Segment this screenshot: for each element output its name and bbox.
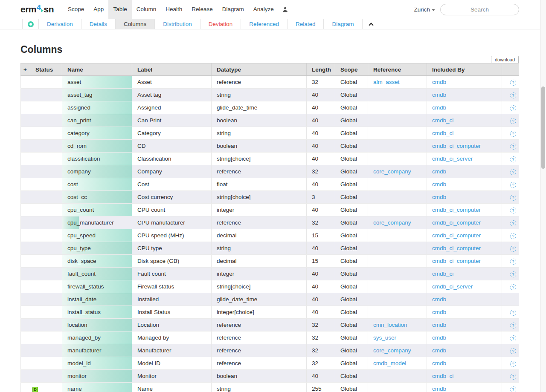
app-logo[interactable]: erm4sn xyxy=(20,4,54,14)
included-by-link[interactable]: cmdb_ci_server xyxy=(432,156,473,162)
included-by-link[interactable]: cmdb xyxy=(432,296,446,303)
tab-deviation[interactable]: Deviation xyxy=(200,19,241,29)
reference-link[interactable]: core_company xyxy=(373,219,411,226)
vertical-scrollbar[interactable] xyxy=(540,0,546,392)
included-by-link[interactable]: cmdb xyxy=(432,168,446,175)
included-by-link[interactable]: cmdb xyxy=(432,92,446,98)
help-icon[interactable]: ? xyxy=(510,271,516,277)
help-icon[interactable]: ? xyxy=(510,182,516,188)
reference-link[interactable]: sys_user xyxy=(373,334,396,341)
help-icon[interactable]: ? xyxy=(510,208,516,213)
help-icon[interactable]: ? xyxy=(510,105,516,111)
help-icon[interactable]: ? xyxy=(510,156,516,162)
nav-item-diagram[interactable]: Diagram xyxy=(218,0,249,19)
scrollbar-thumb[interactable] xyxy=(541,86,545,169)
included-by-link[interactable]: cmdb xyxy=(432,360,446,366)
included-by-link[interactable]: cmdb xyxy=(432,386,446,392)
search-input[interactable] xyxy=(440,4,519,15)
help-icon[interactable]: ? xyxy=(510,335,516,341)
nav-item-column[interactable]: Column xyxy=(132,0,161,19)
column-name: cpu_manufacturer xyxy=(62,216,132,229)
reference-link[interactable]: core_company xyxy=(373,347,411,354)
help-icon[interactable]: ? xyxy=(510,144,516,150)
included-by-link[interactable]: cmdb_ci_server xyxy=(432,283,473,290)
help-icon[interactable]: ? xyxy=(510,233,516,239)
reference-link[interactable]: alm_asset xyxy=(373,79,400,85)
help-icon[interactable]: ? xyxy=(510,195,516,201)
help-icon[interactable]: ? xyxy=(510,361,516,367)
download-button[interactable]: download xyxy=(491,56,519,63)
col-header-blank[interactable]: + xyxy=(21,63,30,76)
reference-link[interactable]: cmdb_model xyxy=(373,360,406,366)
help-icon[interactable]: ? xyxy=(510,131,516,137)
label-cell: CD xyxy=(132,140,212,153)
tab-derivation[interactable]: Derivation xyxy=(39,19,81,29)
tab-related[interactable]: Related xyxy=(288,19,324,29)
included-by-link[interactable]: cmdb xyxy=(432,347,446,354)
included-by-link[interactable]: cmdb xyxy=(432,322,446,328)
included-by-link[interactable]: cmdb xyxy=(432,104,446,111)
tab-details[interactable]: Details xyxy=(81,19,116,29)
tab-columns[interactable]: Columns xyxy=(116,19,155,29)
nav-item-scope[interactable]: Scope xyxy=(63,0,89,19)
included-by-link[interactable]: cmdb_ci_computer xyxy=(432,207,481,213)
help-icon[interactable]: ? xyxy=(510,118,516,124)
length-cell: 15 xyxy=(307,255,335,268)
included-by-link[interactable]: cmdb xyxy=(432,309,446,315)
included-by-link[interactable]: cmdb_ci_computer xyxy=(432,143,481,149)
table-header: +StatusNameLabelDatatypeLengthScopeRefer… xyxy=(21,63,519,76)
help-icon[interactable]: ? xyxy=(510,246,516,252)
included-by-link[interactable]: cmdb xyxy=(432,334,446,341)
included-by-link[interactable]: cmdb_ci xyxy=(432,271,453,277)
name-cell: cpu_count xyxy=(62,204,132,216)
included-by-link[interactable]: cmdb xyxy=(432,181,446,187)
column-name: cpu_type xyxy=(62,242,132,254)
tab-referenced[interactable]: Referenced xyxy=(241,19,288,29)
nav-item-release[interactable]: Release xyxy=(187,0,218,19)
nav-item-health[interactable]: Health xyxy=(161,0,187,19)
included-by-link[interactable]: cmdb_ci xyxy=(432,130,453,136)
included-by-link[interactable]: cmdb xyxy=(432,79,446,85)
scope-cell: Global xyxy=(335,89,368,101)
tab-distribution[interactable]: Distribution xyxy=(155,19,200,29)
target-donut-icon xyxy=(28,21,34,27)
row-expand-cell xyxy=(21,101,30,114)
help-icon[interactable]: ? xyxy=(510,323,516,329)
help-icon[interactable]: ? xyxy=(510,259,516,265)
included-by-link[interactable]: cmdb_ci xyxy=(432,117,453,124)
reference-cell xyxy=(368,293,427,306)
included-by-link[interactable]: cmdb xyxy=(432,194,446,200)
help-cell xyxy=(502,293,519,306)
help-icon[interactable]: ? xyxy=(510,374,516,380)
nav-item-app[interactable]: App xyxy=(89,0,108,19)
row-expand-cell xyxy=(21,331,30,344)
help-icon[interactable]: ? xyxy=(510,92,516,98)
datatype-cell: glide_date_time xyxy=(212,101,307,114)
help-icon[interactable]: ? xyxy=(510,310,516,316)
included-by-link[interactable]: cmdb_ci_computer xyxy=(432,232,481,239)
help-icon[interactable]: ? xyxy=(510,80,516,86)
included-by-link[interactable]: cmdb_ci_computer xyxy=(432,219,481,226)
scope-cell: Global xyxy=(335,76,368,89)
help-icon[interactable]: ? xyxy=(510,284,516,290)
tab-diagram[interactable]: Diagram xyxy=(324,19,362,29)
region-dropdown[interactable]: Zurich xyxy=(414,6,435,13)
name-cell: assigned xyxy=(62,101,132,114)
datatype-cell: reference xyxy=(212,344,307,357)
included-by-link[interactable]: cmdb_ci_computer xyxy=(432,245,481,251)
user-profile-icon[interactable] xyxy=(282,6,288,13)
table-row-cd_rom: cd_romCDboolean40Globalcmdb_ci_computer? xyxy=(21,140,519,153)
name-cell: managed_by xyxy=(62,331,132,344)
help-icon[interactable]: ? xyxy=(510,169,516,175)
nav-item-analyze[interactable]: Analyze xyxy=(249,0,279,19)
reference-link[interactable]: cmn_location xyxy=(373,322,407,328)
reference-link[interactable]: core_company xyxy=(373,168,411,175)
included-by-link[interactable]: cmdb_ci_computer xyxy=(432,258,481,264)
help-icon[interactable]: ? xyxy=(510,220,516,226)
collapse-tabs-button[interactable] xyxy=(363,19,380,29)
help-icon[interactable]: ? xyxy=(510,386,516,392)
included-by-link[interactable]: cmdb_ci xyxy=(432,373,453,379)
nav-item-table[interactable]: Table xyxy=(108,0,131,19)
help-icon[interactable]: ? xyxy=(510,348,516,354)
table-row-cpu_speed: cpu_speedCPU speed (MHz)decimal15Globalc… xyxy=(21,229,519,242)
